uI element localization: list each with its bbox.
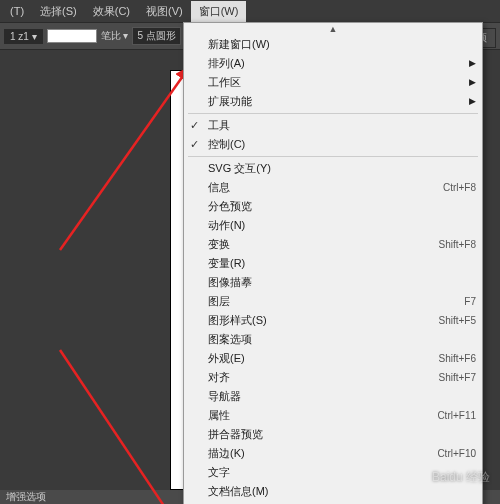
submenu-arrow-icon: ▶ [469,56,476,71]
menu-effect[interactable]: 效果(C) [85,1,138,22]
menu-items-container: 新建窗口(W)排列(A)▶工作区▶扩展功能▶✓工具✓控制(C)SVG 交互(Y)… [184,35,482,504]
stroke-label: 笔比 ▾ [101,29,129,43]
zoom-dropdown[interactable]: 1 z1 ▾ [4,29,43,44]
check-icon: ✓ [190,137,199,152]
submenu-arrow-icon: ▶ [469,75,476,90]
check-icon: ✓ [190,118,199,133]
menu-item-label: 文字 [208,465,230,480]
menu-item[interactable]: 变换Shift+F8 [184,235,482,254]
menu-shortcut: Shift+F8 [438,237,476,252]
menu-item-label: 排列(A) [208,56,245,71]
menu-item-label: 文档信息(M) [208,484,269,499]
menu-shortcut: Ctrl+F11 [437,408,476,423]
menu-item[interactable]: ✓工具 [184,116,482,135]
menu-item[interactable]: 图层F7 [184,292,482,311]
menu-item[interactable]: 属性Ctrl+F11 [184,406,482,425]
menu-shortcut: Shift+F6 [438,351,476,366]
watermark: Baidu 经验 [432,469,490,486]
menu-shortcut: Ctrl+F8 [443,180,476,195]
menu-item-label: 变量(R) [208,256,245,271]
menu-select[interactable]: 选择(S) [32,1,85,22]
menu-item-label: 动作(N) [208,218,245,233]
menu-item-label: 工具 [208,118,230,133]
window-menu-dropdown: ▲ 新建窗口(W)排列(A)▶工作区▶扩展功能▶✓工具✓控制(C)SVG 交互(… [183,22,483,504]
menu-item[interactable]: 动作(N) [184,216,482,235]
menu-shortcut: Shift+F5 [438,313,476,328]
menu-item-label: 拼合器预览 [208,427,263,442]
menu-t[interactable]: (T) [2,2,32,20]
menu-item-label: 工作区 [208,75,241,90]
menu-item[interactable]: 拼合器预览 [184,425,482,444]
menu-item-label: 外观(E) [208,351,245,366]
menu-item[interactable]: 信息Ctrl+F8 [184,178,482,197]
menu-item[interactable]: 图像描摹 [184,273,482,292]
menu-item-label: 信息 [208,180,230,195]
menu-item-label: 分色预览 [208,199,252,214]
menu-item[interactable]: 新建窗口(W) [184,35,482,54]
menu-item-label: 导航器 [208,389,241,404]
menu-item[interactable]: 导航器 [184,387,482,406]
menubar: (T) 选择(S) 效果(C) 视图(V) 窗口(W) [0,0,500,22]
submenu-arrow-icon: ▶ [469,94,476,109]
brush-size[interactable]: 5 点圆形 [132,27,180,45]
menu-item[interactable]: 外观(E)Shift+F6 [184,349,482,368]
menu-scroll-up[interactable]: ▲ [184,23,482,35]
menu-item[interactable]: 变量(R) [184,254,482,273]
menu-item-label: 图层 [208,294,230,309]
menu-item[interactable]: 扩展功能▶ [184,92,482,111]
menu-item-label: 变换 [208,237,230,252]
menu-item[interactable]: ✓控制(C) [184,135,482,154]
menu-item-label: 属性 [208,408,230,423]
menu-item[interactable]: SVG 交互(Y) [184,159,482,178]
menu-item[interactable]: 对齐Shift+F7 [184,368,482,387]
menu-view[interactable]: 视图(V) [138,1,191,22]
menu-item[interactable]: 图形样式(S)Shift+F5 [184,311,482,330]
menu-item-label: 扩展功能 [208,94,252,109]
menu-item[interactable]: 工作区▶ [184,73,482,92]
menu-item[interactable]: 描边(K)Ctrl+F10 [184,444,482,463]
menu-shortcut: F7 [464,294,476,309]
menu-item-label: SVG 交互(Y) [208,161,271,176]
menu-shortcut: Shift+F7 [438,370,476,385]
menu-item[interactable]: 图案选项 [184,330,482,349]
menu-shortcut: Ctrl+F10 [437,446,476,461]
stroke-preview[interactable] [47,29,97,43]
menu-item[interactable]: 排列(A)▶ [184,54,482,73]
menu-item-label: 图像描摹 [208,275,252,290]
menu-separator [188,113,478,114]
menu-separator [188,156,478,157]
menu-item-label: 新建窗口(W) [208,37,270,52]
menu-item[interactable]: 分色预览 [184,197,482,216]
menu-item-label: 描边(K) [208,446,245,461]
menu-item-label: 对齐 [208,370,230,385]
menu-window[interactable]: 窗口(W) [191,1,247,22]
menu-item-label: 图形样式(S) [208,313,267,328]
menu-item-label: 控制(C) [208,137,245,152]
menu-item-label: 图案选项 [208,332,252,347]
